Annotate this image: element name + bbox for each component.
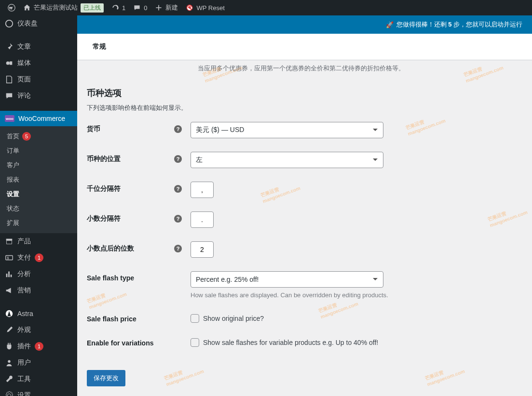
comment-icon [5,92,14,100]
home-icon [23,4,31,12]
submenu-settings[interactable]: 设置 [0,187,77,201]
sidebar-item-payments[interactable]: $ 支付 1 [0,250,77,266]
enable-variations-row[interactable]: Show sale flashes for variable products … [191,336,522,347]
wp-reset-link[interactable]: WP Reset [182,0,228,15]
payments-badge: 1 [35,253,43,262]
svg-text:$: $ [7,256,9,260]
currency-position-label: 币种的位置 [87,155,121,163]
decimal-sep-label: 小数分隔符 [87,214,121,223]
help-icon[interactable]: ? [174,215,182,223]
svg-rect-4 [6,239,13,241]
user-icon [5,358,14,367]
sale-flash-type-select[interactable]: Percent e.g. 25% off! [191,271,383,288]
update-count: 1 [122,4,125,12]
help-icon[interactable]: ? [174,185,182,193]
thousand-sep-label: 千位分隔符 [87,185,121,193]
media-icon [5,59,14,67]
content-area: 🚀 您做得很棒！还剩 5 步，您就可以启动并运行 常规 芒果运营mangoeco… [77,15,532,396]
sidebar-item-media[interactable]: 媒体 [0,55,77,71]
sidebar-item-label: 外观 [17,326,31,334]
chart-icon [5,270,14,278]
sidebar-item-label: Astra [17,310,33,317]
sidebar-item-comments[interactable]: 评论 [0,88,77,104]
tab-general[interactable]: 常规 [87,34,112,60]
sidebar-item-label: 文章 [17,42,31,51]
decimal-sep-input[interactable] [191,211,214,228]
sale-flash-price-label: Sale flash price [87,315,136,323]
pin-icon [5,42,14,51]
sidebar-item-woocommerce[interactable]: woo WooCommerce [0,111,77,126]
sidebar-item-products[interactable]: 产品 [0,233,77,250]
sidebar-item-label: 支付 [17,253,31,262]
settings-tabs: 常规 [77,34,532,60]
submenu-reports[interactable]: 报表 [0,172,77,187]
sidebar-item-label: 工具 [17,375,31,383]
sidebar-item-marketing[interactable]: 营销 [0,282,77,299]
sidebar-item-appearance[interactable]: 外观 [0,322,77,338]
admin-sidebar: 仪表盘 文章 媒体 页面 评论 woo WooCommerce 首页5 订单 客… [0,15,77,396]
sidebar-item-label: 营销 [17,286,31,295]
submenu-status[interactable]: 状态 [0,201,77,216]
rocket-icon: 🚀 [386,21,394,28]
wp-logo[interactable] [4,0,19,15]
wrench-icon [5,375,14,383]
currency-select[interactable]: 美元 ($) — USD [191,122,383,138]
sidebar-item-label: WooCommerce [18,115,65,122]
plus-icon [155,4,163,12]
astra-icon [5,309,14,318]
sidebar-item-astra[interactable]: Astra [0,305,77,322]
card-icon: $ [5,253,14,262]
new-label: 新建 [165,3,178,12]
sale-flash-price-checkbox[interactable] [191,314,199,323]
sidebar-item-settings-bottom[interactable]: 设置 [0,387,77,396]
svg-point-9 [8,360,10,363]
site-home-link[interactable]: 芒果运营测试站 已上线 [19,0,108,15]
help-icon[interactable]: ? [174,245,182,252]
currency-label: 货币 [87,125,100,133]
coupon-hint: 当应用多个优惠券，应用第一个优惠券的全价和第二优待券的折扣价格等。 [198,64,522,73]
currency-options-heading: 币种选项 [87,87,522,99]
sale-flash-desc: How sale flashes are displayed. Can be o… [191,291,522,299]
woo-icon: woo [5,115,14,122]
num-decimals-input[interactable] [191,241,214,258]
sidebar-item-label: 用户 [17,358,31,367]
currency-position-select[interactable]: 左 [191,152,383,168]
help-icon[interactable]: ? [174,155,182,163]
sidebar-item-label: 产品 [17,237,31,246]
submenu-extensions[interactable]: 扩展 [0,216,77,230]
updates-link[interactable]: 1 [108,0,129,15]
svg-point-3 [6,61,10,65]
submenu-home[interactable]: 首页5 [0,129,77,144]
sidebar-item-posts[interactable]: 文章 [0,39,77,55]
thousand-sep-input[interactable] [191,182,214,198]
plugin-icon [5,342,14,351]
sidebar-item-tools[interactable]: 工具 [0,371,77,387]
new-content-link[interactable]: 新建 [151,0,182,15]
submenu-orders[interactable]: 订单 [0,144,77,158]
sidebar-item-pages[interactable]: 页面 [0,71,77,88]
sidebar-item-label: 设置 [17,391,31,396]
enable-variations-checkbox[interactable] [191,338,199,347]
sidebar-item-analytics[interactable]: 分析 [0,266,77,282]
sidebar-item-label: 媒体 [17,59,31,67]
sidebar-item-label: 评论 [17,92,31,100]
comments-link[interactable]: 0 [129,0,151,15]
refresh-icon [111,4,119,12]
save-button[interactable]: 保存更改 [87,370,125,386]
submenu-customers[interactable]: 客户 [0,158,77,172]
sidebar-item-label: 插件 [17,342,31,351]
svg-rect-5 [7,240,12,244]
sidebar-item-label: 页面 [17,75,31,84]
sidebar-item-users[interactable]: 用户 [0,355,77,371]
gear-icon [5,391,14,396]
comment-icon [133,4,141,12]
settings-form: 芒果运营mangoecom.com 芒果运营mangoecom.com 芒果运营… [77,60,532,396]
sidebar-item-label: 分析 [17,270,31,278]
wp-reset-label: WP Reset [196,4,224,12]
plugins-badge: 1 [35,342,43,351]
sale-flash-price-row[interactable]: Show original price? [191,312,522,323]
page-icon [5,75,14,84]
sidebar-item-dashboard[interactable]: 仪表盘 [0,15,77,32]
help-icon[interactable]: ? [174,125,182,133]
sidebar-item-plugins[interactable]: 插件 1 [0,338,77,355]
